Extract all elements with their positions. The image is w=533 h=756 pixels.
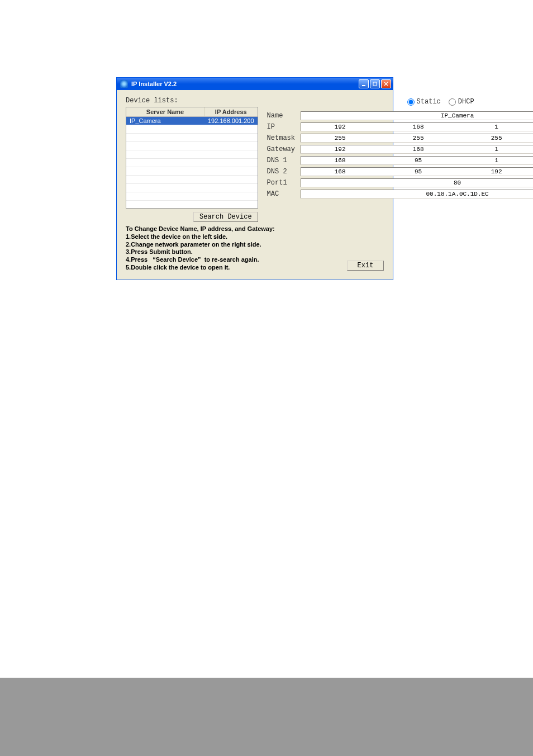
static-label: Static [417,98,441,106]
instructions: To Change Device Name, IP address, and G… [126,225,341,272]
gateway-o1[interactable] [301,145,379,153]
dns2-o2[interactable] [379,168,458,176]
ip-o3[interactable] [458,123,533,131]
title-bar: IP Installer V2.2 [117,78,393,90]
list-row[interactable] [126,167,258,176]
svg-rect-1 [373,82,377,86]
list-row[interactable] [126,125,258,134]
netmask-o2[interactable] [379,134,458,142]
mac-input[interactable] [301,190,533,198]
gateway-label: Gateway [267,145,296,153]
list-header: Server Name IP Address [126,107,258,117]
exit-button[interactable]: Exit [347,261,384,271]
col-ip-address[interactable]: IP Address [204,107,258,116]
netmask-o1[interactable] [301,134,379,142]
dns1-label: DNS 1 [267,157,296,164]
svg-rect-0 [362,85,365,86]
port-input[interactable] [301,179,533,187]
search-device-button[interactable]: Search Device [193,212,258,222]
client-area: Device lists: Server Name IP Address IP_… [117,90,393,280]
page-footer-band [0,678,533,756]
name-label: Name [267,112,296,120]
minimize-icon [361,82,366,86]
ip-label: IP [267,123,296,131]
maximize-button [370,79,380,88]
dns1-o2[interactable] [379,157,458,164]
list-row[interactable] [126,142,258,150]
device-list[interactable]: Server Name IP Address IP_Camera 192.168… [126,107,258,209]
app-icon [120,80,128,88]
list-row[interactable] [126,150,258,159]
static-radio-input[interactable] [407,98,415,106]
minimize-button[interactable] [359,79,369,88]
list-row[interactable] [126,134,258,142]
dns1-o3[interactable] [458,157,533,164]
list-row[interactable] [126,159,258,167]
maximize-icon [373,82,377,86]
col-server-name[interactable]: Server Name [126,107,204,116]
list-row[interactable]: IP_Camera 192.168.001.200 [126,117,258,125]
dhcp-radio-input[interactable] [449,98,456,106]
netmask-label: Netmask [267,134,296,142]
close-button[interactable] [381,79,391,88]
list-row[interactable] [126,176,258,184]
instructions-header: To Change Device Name, IP address, and G… [126,225,341,233]
close-icon [384,82,388,86]
instructions-line: 5.Double click the device to open it. [126,264,341,272]
static-radio[interactable]: Static [407,98,441,106]
list-row[interactable] [126,192,258,201]
list-row[interactable] [126,201,258,209]
dns2-o1[interactable] [301,168,379,176]
dns2-o3[interactable] [458,168,533,176]
list-cell-name: IP_Camera [126,117,204,125]
mac-label: MAC [267,190,296,198]
gateway-o2[interactable] [379,145,458,153]
list-row[interactable] [126,184,258,192]
app-window: IP Installer V2.2 Device lists: Server N… [116,77,393,280]
netmask-o3[interactable] [458,134,533,142]
instructions-line: 3.Press Submit button. [126,248,341,256]
window-controls [359,79,391,88]
instructions-line: 4.Press “Search Device” to re-search aga… [126,256,341,264]
list-cell-ip: 192.168.001.200 [204,117,258,125]
ip-mode-group: Static DHCP [267,98,533,106]
instructions-line: 2.Change network parameter on the right … [126,241,341,249]
device-lists-label: Device lists: [126,97,258,105]
dhcp-radio[interactable]: DHCP [449,98,474,106]
gateway-o3[interactable] [458,145,533,153]
dns1-o1[interactable] [301,157,379,164]
ip-o2[interactable] [379,123,458,131]
name-input[interactable] [301,112,533,120]
window-title: IP Installer V2.2 [131,81,359,87]
ip-o1[interactable] [301,123,379,131]
dhcp-label: DHCP [458,98,474,106]
instructions-line: 1.Select the device on the left side. [126,233,341,241]
dns2-label: DNS 2 [267,168,296,176]
port-label: Port1 [267,179,296,187]
